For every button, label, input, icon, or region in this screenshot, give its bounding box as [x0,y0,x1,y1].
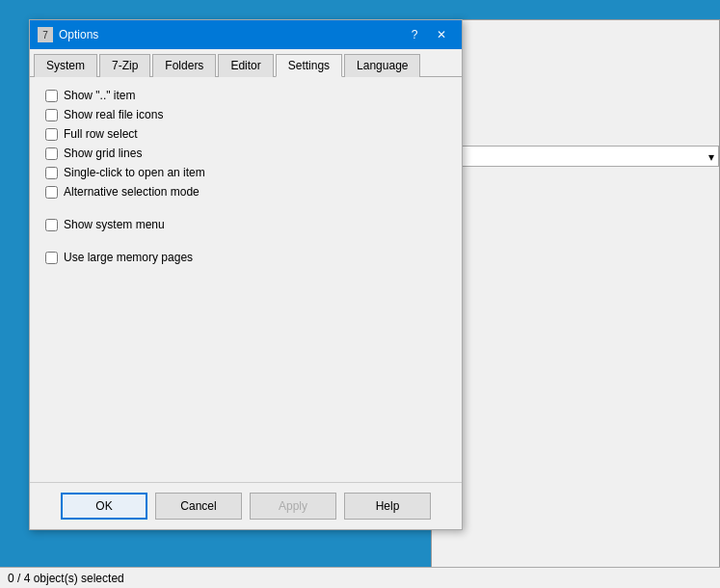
checkbox-real-icons[interactable] [45,109,58,121]
checkbox-row-grid-lines[interactable]: Show grid lines [45,147,446,160]
tab-settings[interactable]: Settings [276,54,342,77]
dialog-buttons: OK Cancel Apply Help [30,482,462,529]
checkbox-show-dotdot-label: Show ".." item [64,89,136,102]
tab-language-label: Language [357,59,408,72]
app-icon-label: 7 [42,30,48,40]
tab-editor-label: Editor [230,59,260,72]
tab-language[interactable]: Language [344,54,420,77]
checkbox-single-click-label: Single-click to open an item [64,166,205,179]
checkbox-row-full-row[interactable]: Full row select [45,127,446,141]
apply-button[interactable]: Apply [250,493,336,520]
cancel-button[interactable]: Cancel [155,493,242,520]
close-button[interactable]: ✕ [429,25,454,44]
checkbox-grid-lines-label: Show grid lines [64,147,142,160]
tab-editor[interactable]: Editor [218,54,273,77]
tab-system[interactable]: System [34,54,97,77]
tab-folders-label: Folders [165,59,203,72]
status-bar: 0 / 4 object(s) selected [0,567,720,588]
app-icon: 7 [38,27,53,42]
checkbox-single-click[interactable] [45,167,58,179]
checkbox-full-row[interactable] [45,128,58,141]
checkbox-row-large-memory[interactable]: Use large memory pages [45,251,446,264]
checkbox-large-memory-label: Use large memory pages [64,251,193,264]
checkbox-alt-selection[interactable] [45,186,58,199]
spacer-1 [45,204,446,218]
checkbox-system-menu[interactable] [45,219,58,231]
checkbox-show-dotdot[interactable] [45,90,58,102]
dialog-title: Options [59,28,402,41]
status-text: 0 / 4 object(s) selected [8,572,124,585]
checkbox-row-show-dotdot[interactable]: Show ".." item [45,89,446,102]
dropdown-arrow-icon [708,149,714,164]
help-button[interactable]: ? [402,25,427,44]
checkbox-row-system-menu[interactable]: Show system menu [45,218,446,231]
tab-folders[interactable]: Folders [152,54,216,77]
tabs-bar: System 7-Zip Folders Editor Settings Lan… [30,49,462,77]
spacer-2 [45,237,446,251]
checkbox-grid-lines[interactable] [45,147,58,160]
tab-settings-label: Settings [288,59,330,72]
checkbox-row-real-icons[interactable]: Show real file icons [45,108,446,121]
checkbox-row-single-click[interactable]: Single-click to open an item [45,166,446,179]
checkbox-system-menu-label: Show system menu [64,218,165,231]
dialog-content: Show ".." item Show real file icons Full… [30,77,462,482]
dropdown-bar [432,146,719,167]
checkbox-large-memory[interactable] [45,252,58,264]
tab-system-label: System [46,59,85,72]
tab-7zip-label: 7-Zip [112,59,138,72]
tab-7zip[interactable]: 7-Zip [99,54,150,77]
options-dialog: 7 Options ? ✕ System 7-Zip Folders Edito… [29,19,463,530]
checkbox-row-alt-selection[interactable]: Alternative selection mode [45,185,446,199]
checkbox-real-icons-label: Show real file icons [64,108,163,121]
ok-button[interactable]: OK [61,493,147,520]
dialog-titlebar: 7 Options ? ✕ [30,20,462,49]
checkbox-alt-selection-label: Alternative selection mode [64,185,200,199]
help-dialog-button[interactable]: Help [344,493,431,520]
background-inner-window [431,19,720,578]
checkbox-full-row-label: Full row select [64,127,138,141]
titlebar-controls: ? ✕ [402,25,454,44]
